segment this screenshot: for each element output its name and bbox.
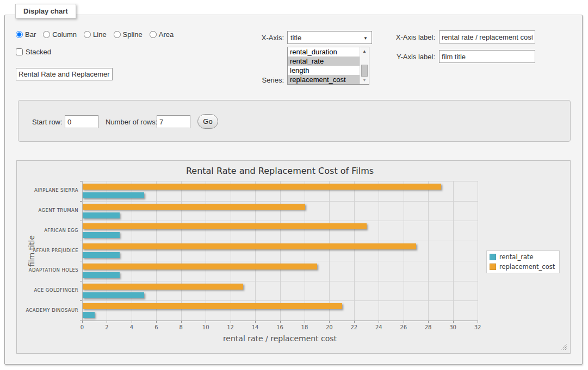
gridline-x-8	[181, 181, 182, 321]
bar-replacement_cost-academy-dinosaur	[83, 303, 342, 309]
bar-rental_rate-airplane-sierra	[83, 192, 144, 198]
scroll-down-icon[interactable]: ▼	[360, 76, 369, 84]
y-axis-label-input[interactable]	[439, 50, 535, 63]
chart-type-radio-bar[interactable]	[16, 31, 23, 38]
bar-replacement_cost-african-egg	[83, 223, 367, 229]
chart-type-label: Bar	[25, 30, 36, 39]
gridline-band-3	[82, 241, 478, 241]
bar-replacement_cost-agent-truman	[83, 204, 305, 210]
chart-title: Rental Rate and Replacement Cost of Film…	[82, 166, 478, 176]
gridline-x-18	[305, 181, 305, 321]
gridline-band-0	[82, 181, 478, 181]
chart-title-input[interactable]	[16, 68, 113, 80]
chart-type-radio-column[interactable]	[43, 31, 50, 38]
bar-replacement_cost-adaptation-holes	[83, 264, 317, 269]
gridline-band-1	[82, 201, 478, 202]
x-tick-label-0: 0	[81, 324, 84, 330]
gridline-x-12	[231, 181, 231, 321]
bar-rental_rate-ace-goldfinger	[83, 292, 144, 298]
gridline-x-16	[280, 181, 281, 321]
panel-legend: Display chart	[15, 4, 76, 18]
x-tick-label-14: 14	[252, 324, 259, 330]
bar-replacement_cost-affair-prejudice	[83, 243, 416, 249]
legend-swatch-rental_rate	[490, 254, 496, 260]
stacked-checkbox[interactable]	[16, 48, 23, 55]
gridline-x-2	[107, 181, 107, 321]
x-tick-label-16: 16	[276, 324, 283, 330]
row-range-panel: Start row: Number of rows: Go	[18, 100, 571, 142]
category-label: ACE GOLDFINGER	[17, 287, 78, 293]
category-label: AFRICAN EGG	[17, 228, 78, 233]
scroll-up-icon[interactable]: ▲	[360, 47, 369, 55]
page: Display chart BarColumnLineSplineArea St…	[0, 0, 588, 370]
x-tick-label-26: 26	[400, 324, 407, 330]
chart-type-option-column: Column	[43, 30, 77, 39]
series-listbox-scrollbar[interactable]: ▲ ▼	[360, 47, 369, 84]
start-row-label: Start row:	[32, 118, 63, 126]
category-label: AGENT TRUMAN	[17, 208, 78, 213]
chart-type-radio-group: BarColumnLineSplineArea	[16, 30, 178, 39]
y-axis-label-field-label: Y-Axis label:	[381, 53, 435, 61]
num-rows-label: Number of rows:	[106, 118, 157, 126]
series-options: rental_durationrental_ratelengthreplacem…	[288, 47, 360, 84]
chevron-down-icon: ▼	[363, 36, 368, 41]
bar-rental_rate-academy-dinosaur	[83, 312, 95, 318]
series-option-rental_duration[interactable]: rental_duration	[288, 47, 360, 57]
stacked-row: Stacked	[16, 48, 51, 56]
series-listbox[interactable]: rental_durationrental_ratelengthreplacem…	[287, 47, 369, 85]
resize-grip-icon[interactable]	[561, 344, 567, 350]
chart-type-option-line: Line	[84, 30, 107, 39]
category-label: ADAPTATION HOLES	[17, 267, 78, 273]
x-tick-label-10: 10	[202, 324, 209, 330]
chart-type-option-bar: Bar	[16, 30, 36, 39]
gridline-x-6	[156, 181, 157, 321]
x-tick-label-18: 18	[301, 324, 308, 330]
chart-type-option-area: Area	[150, 30, 174, 39]
series-option-rental_rate[interactable]: rental_rate	[288, 57, 360, 66]
chart-type-radio-area[interactable]	[150, 31, 157, 38]
x-tick-label-20: 20	[326, 324, 333, 330]
chart-container: Rental Rate and Replacement Cost of Film…	[16, 160, 571, 354]
x-tick-32	[478, 321, 478, 323]
x-axis-line	[82, 321, 478, 321]
gridline-x-26	[404, 181, 404, 321]
bar-rental_rate-african-egg	[83, 232, 120, 238]
x-tick-label-28: 28	[425, 324, 432, 330]
x-axis-select[interactable]: title ▼	[287, 31, 372, 44]
x-axis-select-label: X-Axis:	[239, 34, 284, 42]
bar-rental_rate-agent-truman	[83, 212, 120, 218]
x-tick-label-12: 12	[227, 324, 234, 330]
x-axis-title: rental rate / replacement cost	[82, 334, 478, 343]
gridline-x-4	[132, 181, 132, 321]
gridline-band-4	[82, 261, 478, 261]
chart-type-label: Spline	[123, 30, 143, 39]
series-option-length[interactable]: length	[288, 66, 360, 75]
gridline-band-6	[82, 300, 478, 301]
gridline-x-10	[206, 181, 206, 321]
gridline-x-20	[329, 181, 330, 321]
y-axis-line	[82, 181, 83, 321]
gridline-x-28	[428, 181, 429, 321]
legend-item-replacement_cost[interactable]: replacement_cost	[490, 263, 555, 271]
chart-type-radio-line[interactable]	[84, 31, 91, 38]
x-tick-label-32: 32	[474, 324, 481, 330]
bar-rental_rate-affair-prejudice	[83, 252, 120, 258]
legend-item-rental_rate[interactable]: rental_rate	[490, 253, 555, 261]
start-row-input[interactable]	[65, 115, 98, 128]
gridline-x-24	[379, 181, 379, 321]
series-option-replacement_cost[interactable]: replacement_cost	[288, 75, 360, 84]
go-button[interactable]: Go	[197, 114, 218, 129]
x-axis-label-field-label: X-Axis label:	[381, 33, 435, 41]
bar-rental_rate-adaptation-holes	[83, 272, 120, 278]
x-tick-label-24: 24	[375, 324, 382, 330]
scrollbar-thumb[interactable]	[361, 65, 368, 77]
chart-type-label: Line	[93, 30, 107, 39]
x-axis-label-input[interactable]	[439, 30, 535, 43]
x-axis-selected-value: title	[290, 34, 301, 42]
chart-type-option-spline: Spline	[114, 30, 143, 39]
series-select-label: Series:	[239, 76, 284, 84]
chart-type-radio-spline[interactable]	[114, 31, 121, 38]
bar-replacement_cost-airplane-sierra	[83, 184, 441, 190]
num-rows-input[interactable]	[157, 115, 190, 128]
chart-type-label: Area	[159, 30, 174, 39]
